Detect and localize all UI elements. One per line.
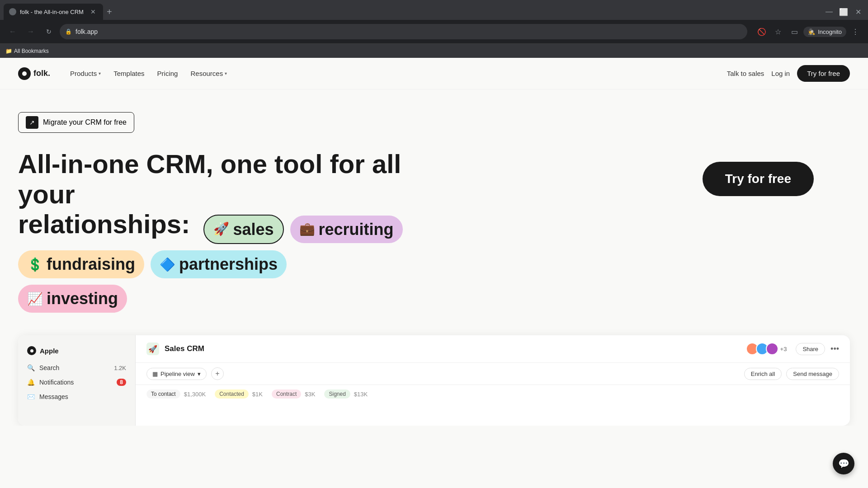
- stage-contacted: Contacted $1K: [215, 389, 263, 399]
- refresh-button[interactable]: ↻: [42, 24, 56, 39]
- demo-main-header: 🚀 Sales CRM +3 Share •••: [136, 335, 850, 363]
- products-label: Products: [70, 70, 97, 77]
- crm-title: Sales CRM: [165, 344, 741, 353]
- search-label: Search: [39, 364, 59, 371]
- talk-to-sales-link[interactable]: Talk to sales: [727, 70, 764, 77]
- close-button[interactable]: ✕: [852, 5, 864, 18]
- login-link[interactable]: Log in: [771, 70, 790, 77]
- nav-templates[interactable]: Templates: [108, 67, 150, 80]
- pipeline-view-button[interactable]: ▦ Pipeline view ▾: [146, 368, 207, 380]
- hero-tags-row2: 💲 fundraising 🔷 partnerships: [18, 250, 850, 278]
- demo-sidebar: Apple 🔍 Search 1.2K 🔔 Notifications 8 ✉️…: [18, 335, 136, 426]
- pipeline-chevron-icon: ▾: [198, 371, 201, 377]
- minimize-button[interactable]: —: [823, 5, 835, 18]
- investing-icon: 📈: [27, 291, 43, 306]
- tab-close-icon[interactable]: ✕: [89, 7, 98, 16]
- to-contact-badge: To contact: [146, 389, 180, 399]
- signed-amount: $13K: [354, 391, 368, 398]
- window-controls: — ⬜ ✕: [823, 5, 868, 18]
- products-chevron-icon: ▾: [99, 71, 101, 76]
- incognito-icon: 🕵: [808, 28, 815, 35]
- demo-sidebar-search[interactable]: 🔍 Search 1.2K: [18, 361, 135, 375]
- resources-chevron-icon: ▾: [225, 71, 227, 76]
- enrich-all-button[interactable]: Enrich all: [744, 368, 782, 380]
- to-contact-amount: $1,300K: [184, 391, 206, 398]
- split-view-icon[interactable]: ▭: [787, 24, 802, 39]
- contacted-amount: $1K: [252, 391, 263, 398]
- bookmarks-label: All Bookmarks: [14, 48, 49, 54]
- demo-sidebar-notifications[interactable]: 🔔 Notifications 8: [18, 375, 135, 389]
- pipeline-view-icon: ▦: [152, 371, 158, 377]
- resources-label: Resources: [190, 70, 223, 77]
- demo-sidebar-messages[interactable]: ✉️ Messages: [18, 389, 135, 404]
- bookmark-folder-icon: 📁: [5, 48, 12, 54]
- notifications-label: Notifications: [39, 379, 74, 386]
- all-bookmarks-link[interactable]: 📁 All Bookmarks: [5, 48, 49, 54]
- nav-links: Products ▾ Templates Pricing Resources ▾: [65, 67, 727, 80]
- sales-label: sales: [233, 220, 274, 239]
- stage-signed: Signed $13K: [324, 389, 368, 399]
- back-button[interactable]: ←: [5, 24, 20, 39]
- fundraising-icon: 💲: [27, 257, 43, 272]
- more-options-icon[interactable]: •••: [830, 344, 839, 354]
- send-message-button[interactable]: Send message: [786, 368, 839, 380]
- new-tab-button[interactable]: +: [107, 7, 112, 17]
- browser-tab-bar: folk - the All-in-one CRM ✕ + — ⬜ ✕: [0, 0, 868, 20]
- menu-button[interactable]: ⋮: [848, 24, 863, 39]
- hero-headline: All-in-one CRM, one tool for all your re…: [18, 149, 425, 244]
- demo-toolbar: ▦ Pipeline view ▾ + Enrich all Send mess…: [136, 363, 850, 385]
- demo-company-logo-inner: [30, 349, 33, 352]
- headline-line-2: relationships:: [18, 209, 190, 239]
- demo-avatars: +3: [746, 343, 787, 355]
- avatar-extra-count: +3: [780, 346, 787, 352]
- sales-icon: 🚀: [213, 222, 229, 236]
- nav-products[interactable]: Products ▾: [65, 67, 106, 80]
- tag-partnerships: 🔷 partnerships: [151, 250, 287, 278]
- search-icon: 🔍: [27, 364, 35, 371]
- address-url-text: folk.app: [75, 28, 98, 35]
- toolbar-right-actions: 🚫 ☆ ▭ 🕵 Incognito ⋮: [755, 24, 863, 39]
- tab-title: folk - the All-in-one CRM: [20, 9, 85, 15]
- nav-logo[interactable]: folk.: [18, 67, 50, 80]
- migrate-arrow-icon: ↗: [26, 116, 38, 129]
- tag-fundraising: 💲 fundraising: [18, 250, 144, 278]
- contacted-badge: Contacted: [215, 389, 249, 399]
- maximize-button[interactable]: ⬜: [837, 5, 850, 18]
- hero-tags-row3: 📈 investing: [18, 285, 850, 313]
- migrate-badge[interactable]: ↗ Migrate your CRM for free: [18, 112, 134, 133]
- pipeline-view-label: Pipeline view: [160, 371, 195, 377]
- incognito-indicator: 🕵 Incognito: [803, 27, 846, 37]
- tag-recruiting: 💼 recruiting: [290, 216, 403, 243]
- bookmark-star-icon[interactable]: ☆: [771, 24, 785, 39]
- logo-text: folk.: [33, 69, 50, 78]
- signed-badge: Signed: [324, 389, 350, 399]
- partnerships-icon: 🔷: [160, 257, 175, 272]
- browser-tab[interactable]: folk - the All-in-one CRM ✕: [4, 4, 103, 20]
- logo-circle: [18, 67, 31, 80]
- eye-off-icon[interactable]: 🚫: [755, 24, 769, 39]
- demo-company-name: Apple: [40, 347, 59, 355]
- incognito-label: Incognito: [818, 28, 842, 35]
- search-count: 1.2K: [114, 365, 126, 371]
- nav-pricing[interactable]: Pricing: [152, 67, 184, 80]
- pipeline-stages-row: To contact $1,300K Contacted $1K Contrac…: [136, 385, 850, 403]
- contract-amount: $3K: [305, 391, 315, 398]
- demo-sidebar-header: Apple: [18, 343, 135, 361]
- forward-button[interactable]: →: [24, 24, 38, 39]
- fundraising-label: fundraising: [47, 255, 135, 274]
- messages-label: Messages: [39, 393, 68, 400]
- tab-favicon: [9, 8, 16, 15]
- logo-inner-dot: [22, 71, 27, 76]
- nav-try-free-button[interactable]: Try for free: [797, 65, 850, 82]
- partnerships-label: partnerships: [179, 255, 278, 274]
- nav-resources[interactable]: Resources ▾: [185, 67, 232, 80]
- share-button[interactable]: Share: [796, 343, 825, 355]
- hero-try-free-button[interactable]: Try for free: [703, 162, 814, 196]
- address-bar[interactable]: 🔒 folk.app: [60, 24, 747, 39]
- add-column-button[interactable]: +: [211, 367, 224, 380]
- browser-toolbar: ← → ↻ 🔒 folk.app 🚫 ☆ ▭ 🕵 Incognito ⋮: [0, 20, 868, 43]
- page-content: folk. Products ▾ Templates Pricing Resou…: [0, 58, 868, 426]
- crm-icon: 🚀: [146, 343, 159, 355]
- investing-label: investing: [47, 289, 118, 308]
- bookmarks-bar: 📁 All Bookmarks: [0, 43, 868, 58]
